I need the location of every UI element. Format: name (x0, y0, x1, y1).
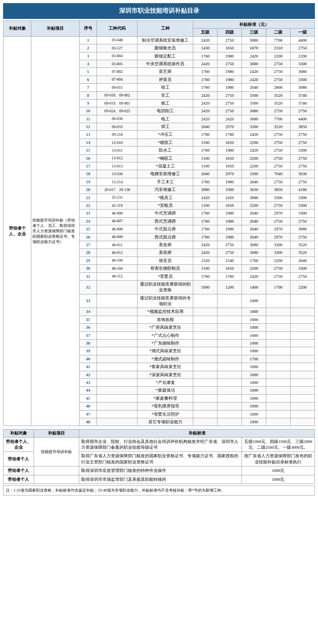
job-cell: *广式点心制作 (138, 331, 193, 339)
value-cell (266, 394, 291, 402)
value-cell: 1000 (242, 418, 266, 426)
value-cell: 2750 (266, 68, 291, 76)
value-cell: 3740 (291, 99, 315, 107)
value-cell: 1980 (218, 52, 242, 60)
value-cell (266, 294, 291, 308)
value-cell (291, 387, 315, 394)
value-cell: 2640 (242, 217, 266, 225)
value-cell (291, 308, 315, 316)
value-cell: 2200 (266, 52, 291, 60)
value-cell: 2750 (266, 76, 291, 83)
col-job: 工种 (138, 21, 193, 37)
value-cell (193, 308, 218, 316)
summary-subject: 劳动者个人 (3, 467, 34, 475)
job-cell: *冲压工 (138, 131, 193, 139)
value-cell: 1760 (218, 131, 242, 139)
job-cell: *混凝土工 (138, 162, 193, 170)
code-cell: 46-009 (97, 233, 138, 241)
code-cell (97, 418, 138, 426)
seq-cell: 36 (79, 324, 97, 331)
value-cell: 2420 (242, 131, 266, 139)
value-cell: 1430 (193, 44, 218, 52)
value-cell: 3300 (291, 147, 315, 154)
job-cell: *母乳喂养指导 (138, 402, 193, 410)
value-cell: 2750 (218, 60, 242, 68)
seq-cell: 13 (79, 131, 97, 139)
seq-cell: 1 (79, 36, 97, 44)
code-cell: 46-007 (97, 217, 138, 225)
value-cell (218, 410, 242, 418)
value-cell: 3080 (242, 60, 266, 68)
code-cell: 13-011 (97, 147, 138, 154)
job-cell: 电梯安装维修工 (138, 170, 193, 178)
code-cell (97, 316, 138, 323)
value-cell (266, 410, 291, 418)
value-cell: 3520 (266, 123, 291, 131)
subject-cell: 劳动者个人、企业 (3, 36, 31, 426)
seq-cell: 38 (79, 340, 97, 347)
seq-cell: 41 (79, 363, 97, 371)
seq-cell: 2 (79, 44, 97, 52)
value-cell: 2420 (193, 60, 218, 68)
value-cell (291, 402, 315, 410)
value-cell: 3300 (242, 170, 266, 178)
value-cell (218, 316, 242, 323)
value-cell: 1000 (193, 280, 218, 294)
code-cell (97, 324, 138, 331)
value-cell (218, 340, 242, 347)
value-cell (218, 402, 242, 410)
value-cell: 1650 (218, 162, 242, 170)
value-cell: 1540 (218, 257, 242, 264)
item-cell: 技能提升培训补贴（劳动者个人、员工、取得深圳市人力资源保障部门核发的国家职业资格… (31, 36, 80, 426)
value-cell (193, 402, 218, 410)
seq-cell: 22 (79, 201, 97, 209)
level-5: 五级 (193, 29, 218, 36)
seq-cell: 24 (79, 217, 97, 225)
code-cell: 46-012 (97, 249, 138, 257)
value-cell: 2750 (266, 178, 291, 186)
value-cell (266, 379, 291, 386)
value-cell: 2200 (291, 52, 315, 60)
seq-cell: 21 (79, 194, 97, 201)
value-cell: 3300 (218, 186, 242, 194)
code-cell (97, 331, 138, 339)
col-subject: 补贴对象 (3, 21, 31, 37)
value-cell (193, 363, 218, 371)
job-cell: 钳工 (138, 84, 193, 91)
value-cell: 3300 (291, 201, 315, 209)
value-cell: 1760 (193, 76, 218, 83)
seq-cell: 4 (79, 60, 97, 68)
summary-col-subject: 补贴对象 (3, 429, 34, 437)
value-cell: 2750 (266, 272, 291, 280)
value-cell: 2750 (218, 36, 242, 44)
summary-standard: 1000元 (241, 467, 315, 475)
col-standard: 补贴标准（元） (193, 21, 315, 29)
seq-cell: 31 (79, 272, 97, 280)
value-cell (193, 294, 218, 308)
code-cell (97, 280, 138, 294)
value-cell (218, 418, 242, 426)
summary-item-label-x (34, 475, 79, 483)
value-cell: 2420 (242, 68, 266, 76)
value-cell (291, 394, 315, 402)
code-cell (97, 355, 138, 363)
job-cell: *模具工 (138, 194, 193, 201)
value-cell: 1760 (193, 68, 218, 76)
value-cell: 4400 (291, 36, 315, 44)
value-cell (218, 308, 242, 316)
value-cell: 2420 (193, 99, 218, 107)
value-cell: 3520 (291, 241, 315, 248)
value-cell: 1100 (193, 154, 218, 162)
value-cell: 2970 (218, 170, 242, 178)
job-cell: *深派风味菜烹饪 (138, 371, 193, 379)
value-cell: 2200 (291, 280, 315, 294)
value-cell: 3300 (266, 249, 291, 257)
value-cell (218, 394, 242, 402)
value-cell: 2750 (291, 272, 315, 280)
value-cell: 3080 (291, 84, 315, 91)
code-cell (97, 402, 138, 410)
seq-cell: 30 (79, 265, 97, 272)
value-cell: 2750 (266, 60, 291, 68)
seq-cell: 27 (79, 241, 97, 248)
value-cell: 2750 (218, 91, 242, 99)
